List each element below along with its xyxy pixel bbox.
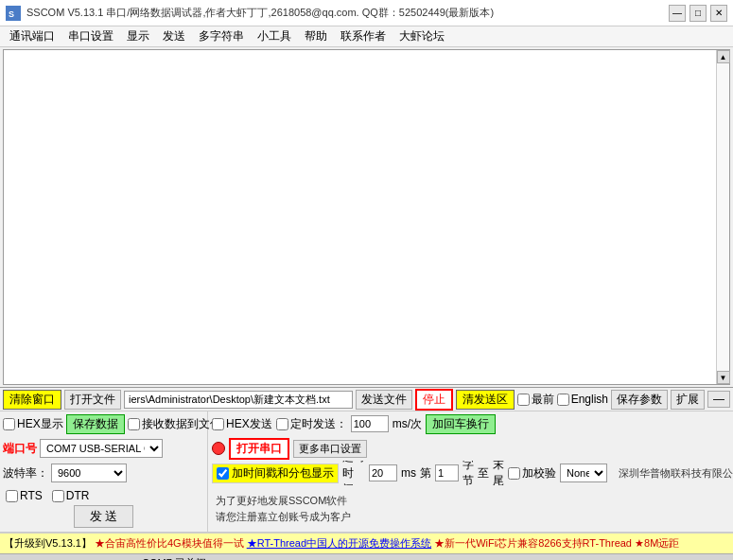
maximize-button[interactable]: □ (689, 5, 707, 22)
english-label: English (571, 393, 608, 406)
to-label: 至 (478, 465, 489, 481)
main-scrollbar[interactable]: ▲ ▼ (716, 50, 729, 384)
dash-button[interactable]: — (707, 391, 730, 408)
send-button[interactable]: 发 送 (74, 505, 134, 528)
stop-button[interactable]: 停止 (415, 389, 453, 411)
menu-multi-string[interactable]: 多字符串 (193, 27, 250, 45)
menu-bar: 通讯端口 串口设置 显示 发送 多字符串 小工具 帮助 联系作者 大虾论坛 (0, 26, 733, 47)
end-to-label: 末尾 (493, 461, 504, 485)
hex-display-text: HEX显示 (17, 416, 63, 432)
ms-per-unit: ms/次 (393, 416, 422, 432)
english-checkbox[interactable] (557, 394, 569, 406)
scroll-track[interactable] (717, 63, 729, 371)
svg-text:S: S (9, 9, 14, 19)
timestamp-checkbox[interactable] (217, 467, 229, 480)
sponsor-area: 为了更好地发展SSCOM软件 请您注册嘉立创账号成为客户 (208, 485, 733, 532)
english-checkbox-label[interactable]: English (557, 393, 608, 406)
port-status: COM7 已关闭 (142, 556, 206, 560)
menu-comm-port[interactable]: 通讯端口 (4, 27, 61, 45)
hex-display-checkbox[interactable] (3, 418, 15, 430)
toolbar-row-1: 清除窗口 打开文件 iers\Administrator\Desktop\新建文… (0, 387, 733, 411)
page-label: 第 (420, 465, 431, 481)
menu-forum[interactable]: 大虾论坛 (393, 27, 450, 45)
menu-display[interactable]: 显示 (121, 27, 155, 45)
rts-checkbox-label[interactable]: RTS (6, 489, 43, 502)
save-to-file-checkbox[interactable] (128, 418, 140, 430)
menu-tools[interactable]: 小工具 (252, 27, 297, 45)
toolbar-right-hex: HEX发送 定时发送： ms/次 加回车换行 (208, 411, 733, 436)
timed-send-checkbox[interactable] (276, 418, 288, 430)
scroll-up-button[interactable]: ▲ (717, 50, 730, 63)
end-checkbox-label[interactable]: 最前 (517, 392, 554, 408)
timed-send-label[interactable]: 定时发送： (276, 416, 347, 432)
rts-sponsor-area: RTS DTR 发 送 为了更好地发展SSCOM软件 请您注册嘉立创账号成为客户 (0, 485, 733, 533)
dtr-text: DTR (66, 489, 90, 502)
save-data-button[interactable]: 保存数据 (66, 414, 125, 434)
file-path-display: iers\Administrator\Desktop\新建文本文档.txt (124, 391, 353, 409)
baud-label: 波特率： (3, 465, 48, 481)
clear-send-zone-button[interactable]: 清发送区 (456, 390, 515, 410)
hex-send-text: HEX发送 (226, 416, 272, 432)
send-file-button[interactable]: 发送文件 (356, 390, 412, 410)
title-bar-buttons: — □ ✕ (669, 5, 727, 22)
timestamp-label[interactable]: 加时间戳和分包显示 (212, 464, 339, 483)
status-marquee: 【升级到V5.13.1】 ★合宙高性价比4G模块值得一试 ★RT-Thread中… (4, 536, 679, 551)
end-checkbox[interactable] (517, 394, 530, 406)
connection-indicator (212, 442, 225, 455)
bottom-status-bar: www.daxia.com S:0 R:0 COM7 已关闭 9600bps,8… (0, 553, 733, 560)
expand-button[interactable]: 扩展 (671, 390, 705, 410)
baud-row: 波特率： 9600 加时间戳和分包显示 超时时间： ms 第 字节 至 末尾 加… (0, 461, 733, 485)
hex-display-label[interactable]: HEX显示 (3, 416, 63, 432)
toolbar-left-hex: HEX显示 保存数据 接收数据到文件 (0, 411, 208, 436)
rts-checkbox[interactable] (6, 490, 18, 502)
sponsor-text: 为了更好地发展SSCOM软件 请您注册嘉立创账号成为客户 (216, 493, 351, 524)
save-params-button[interactable]: 保存参数 (611, 390, 668, 410)
port-select[interactable]: COM7 USB-SERIAL CH340 (40, 439, 163, 458)
baud-select[interactable]: 9600 (51, 464, 127, 482)
save-to-file-label[interactable]: 接收数据到文件 (128, 416, 221, 432)
clear-window-button[interactable]: 清除窗口 (3, 390, 61, 410)
baud-right: 加时间戳和分包显示 超时时间： ms 第 字节 至 末尾 加校验 None 深圳… (208, 461, 733, 485)
checksum-checkbox[interactable] (508, 467, 520, 480)
status-star1: ★合宙高性价比4G模块值得一试 (95, 537, 247, 549)
rts-text: RTS (20, 489, 43, 502)
dtr-checkbox-label[interactable]: DTR (52, 489, 90, 502)
rts-dtr-checkboxes: RTS DTR (6, 489, 201, 502)
checksum-type-select[interactable]: None (560, 464, 607, 482)
status-bar: 【升级到V5.13.1】 ★合宙高性价比4G模块值得一试 ★RT-Thread中… (0, 533, 733, 553)
send-button-area: 发 送 (6, 505, 201, 528)
open-file-button[interactable]: 打开文件 (64, 390, 121, 410)
port-label: 端口号 (3, 441, 37, 457)
checksum-label[interactable]: 加校验 (508, 465, 556, 481)
toolbar-row-2: HEX显示 保存数据 接收数据到文件 HEX发送 定时发送： ms/次 加回车换… (0, 411, 733, 436)
checksum-text: 加校验 (522, 465, 556, 481)
interval-input[interactable] (351, 415, 389, 432)
timeout-input[interactable] (369, 464, 397, 481)
scroll-down-button[interactable]: ▼ (717, 371, 730, 384)
timeout-label: 超时时间： (342, 461, 365, 485)
title-bar-left: S SSCOM V5.13.1 串口/网络数据调试器,作者大虾丁丁,261805… (6, 6, 494, 21)
timestamp-text: 加时间戳和分包显示 (232, 465, 334, 481)
dtr-checkbox[interactable] (52, 490, 64, 502)
main-display-area: ▲ ▼ (3, 49, 730, 385)
more-port-settings-button[interactable]: 更多串口设置 (293, 440, 367, 458)
baud-left: 波特率： 9600 (0, 461, 208, 485)
menu-help[interactable]: 帮助 (299, 27, 333, 45)
page-input[interactable] (435, 464, 459, 481)
hex-send-label[interactable]: HEX发送 (212, 416, 272, 432)
status-rt-thread-link[interactable]: ★RT-Thread中国人的开源免费操作系统 (247, 537, 431, 549)
status-star2: ★新一代WiFi芯片兼容8266支持RT-Thread ★8M远距 (434, 537, 679, 549)
close-button[interactable]: ✕ (710, 5, 727, 22)
menu-contact[interactable]: 联系作者 (335, 27, 392, 45)
hex-send-checkbox[interactable] (212, 418, 224, 430)
cr-lf-button[interactable]: 加回车换行 (426, 414, 496, 434)
menu-serial-settings[interactable]: 串口设置 (62, 27, 119, 45)
end-label: 最前 (532, 392, 554, 408)
menu-send[interactable]: 发送 (157, 27, 191, 45)
app-icon: S (6, 6, 21, 21)
minimize-button[interactable]: — (669, 5, 686, 22)
port-left: 端口号 COM7 USB-SERIAL CH340 (0, 436, 208, 461)
status-upgrade-prefix: 【升级到V5.13.1】 (4, 537, 92, 549)
open-port-button[interactable]: 打开串口 (229, 438, 289, 460)
title-bar: S SSCOM V5.13.1 串口/网络数据调试器,作者大虾丁丁,261805… (0, 0, 733, 26)
